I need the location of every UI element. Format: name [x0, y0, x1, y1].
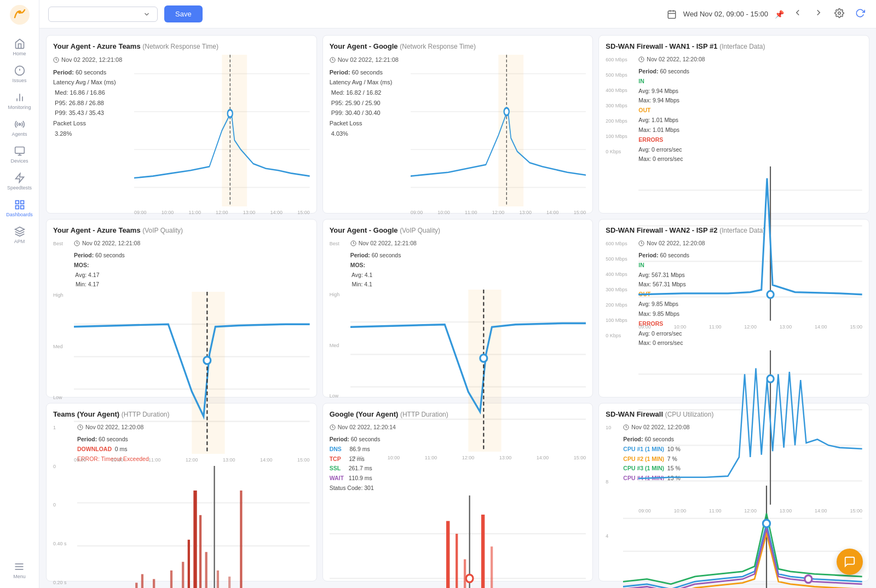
- chart-title: Your Agent - Azure Teams: [53, 226, 141, 234]
- chart-sdwan-wan1: SD-WAN Firewall - WAN1 - ISP #1 (Interfa…: [598, 35, 869, 214]
- svg-point-56: [204, 357, 211, 365]
- sidebar-item-dashboards[interactable]: Dashboards: [0, 195, 39, 222]
- save-button[interactable]: Save: [164, 5, 203, 22]
- settings-button[interactable]: [832, 6, 846, 22]
- sidebar-item-speedtests[interactable]: Speedtests: [0, 168, 39, 195]
- chart-subtitle: (VoIP Quality): [142, 227, 183, 234]
- sidebar-item-home[interactable]: Home: [0, 34, 39, 61]
- svg-rect-77: [135, 583, 137, 588]
- chart-subtitle: (Network Response Time): [142, 43, 218, 50]
- sidebar-item-monitoring[interactable]: Monitoring: [0, 88, 39, 114]
- sidebar-item-issues-label: Issues: [12, 78, 26, 83]
- svg-rect-81: [182, 562, 184, 588]
- chart-subtitle: (VoIP Quality): [400, 227, 440, 234]
- svg-rect-87: [228, 577, 230, 588]
- sidebar-item-dashboards-label: Dashboards: [6, 212, 33, 217]
- chart-stats: Nov 02 2022, 12:21:08 Period: 60 seconds…: [53, 55, 130, 206]
- svg-point-64: [480, 355, 487, 362]
- chart-stats: Nov 02 2022, 12:21:08 Period: 60 seconds…: [330, 55, 406, 206]
- chart-timestamp: Nov 02 2022, 12:21:08: [53, 55, 130, 65]
- svg-point-41: [504, 108, 509, 116]
- dashboard-select[interactable]: [48, 7, 158, 22]
- sidebar-item-speedtests-label: Speedtests: [7, 185, 32, 191]
- sidebar-item-agents-label: Agents: [11, 131, 27, 137]
- svg-point-8: [19, 123, 20, 125]
- chart-visual: 09:0010:0011:0012:0013:0014:0015:00: [350, 290, 586, 452]
- chart-azure-voip: Your Agent - Azure Teams (VoIP Quality) …: [46, 219, 317, 397]
- svg-rect-101: [491, 546, 493, 588]
- chart-google-voip: Your Agent - Google (VoIP Quality) BestH…: [322, 219, 593, 397]
- svg-point-110: [763, 520, 770, 527]
- dashboard-grid: Your Agent - Azure Teams (Network Respon…: [39, 28, 876, 588]
- svg-rect-21: [668, 11, 676, 19]
- chart-visual: 09:0010:0011:0012:0013:0014:0015:00: [74, 292, 310, 454]
- topbar-right: Wed Nov 02, 09:00 - 15:00 📌: [667, 5, 867, 22]
- sidebar-item-monitoring-label: Monitoring: [8, 105, 31, 110]
- chart-visual: 09:0010:0011:0012:0013:0014:0015:00: [638, 350, 862, 505]
- chart-title: SD-WAN Firewall - WAN1 - ISP #1: [606, 42, 717, 50]
- chevron-down-icon: [143, 10, 151, 18]
- chart-x-labels: 09:0010:0011:0012:0013:0014:0015:00: [74, 457, 310, 463]
- svg-rect-82: [188, 540, 190, 588]
- sidebar-item-apm[interactable]: APM: [0, 222, 39, 249]
- prev-button[interactable]: [791, 5, 805, 22]
- svg-point-1: [18, 10, 21, 14]
- date-range-label: Wed Nov 02, 09:00 - 15:00: [683, 10, 768, 18]
- svg-point-71: [767, 376, 774, 383]
- sidebar-item-home-label: Home: [13, 51, 26, 56]
- chart-title: Your Agent - Google: [330, 42, 398, 50]
- svg-rect-15: [20, 206, 24, 209]
- calendar-icon: [667, 9, 677, 19]
- svg-point-102: [466, 574, 473, 582]
- chart-visual: 09:0010:0011:0012:0013:0014:0015:00: [411, 55, 586, 206]
- svg-rect-83: [193, 491, 197, 588]
- svg-rect-100: [481, 515, 485, 588]
- chart-x-labels: 09:0010:0011:0012:0013:0014:0015:00: [134, 210, 310, 215]
- svg-rect-97: [446, 521, 449, 588]
- topbar: Save Wed Nov 02, 09:00 - 15:00 📌: [39, 0, 876, 28]
- svg-rect-84: [199, 515, 201, 588]
- next-button[interactable]: [811, 5, 826, 22]
- sidebar-item-issues[interactable]: Issues: [0, 61, 39, 88]
- svg-rect-86: [217, 570, 219, 588]
- svg-rect-88: [240, 491, 242, 588]
- chart-subtitle: (Network Response Time): [400, 43, 476, 50]
- svg-marker-12: [15, 174, 24, 183]
- sidebar-item-devices[interactable]: Devices: [0, 141, 39, 168]
- sidebar: Home Issues Monitoring Agents Devices Sp…: [0, 0, 39, 588]
- chart-x-labels: 09:0010:0011:0012:0013:0014:0015:00: [638, 324, 862, 330]
- pin-icon: 📌: [775, 10, 784, 19]
- chart-visual: 09:0010:0011:0012:0013:0014:0015:00: [77, 466, 310, 588]
- chart-subtitle: (Interface Data): [719, 43, 765, 50]
- refresh-button[interactable]: [853, 6, 867, 22]
- chart-visual: 09:0010:0011:0012:0013:0014:0015:00: [623, 486, 862, 588]
- chart-visual: 09:0010:0011:0012:0013:0014:0015:00 0 s: [330, 495, 586, 588]
- svg-rect-85: [205, 552, 208, 588]
- svg-point-25: [838, 12, 841, 15]
- svg-rect-9: [15, 147, 24, 154]
- chart-visual: 09:0010:0011:0012:0013:0014:0015:00: [638, 166, 862, 321]
- chart-title: Your Agent - Azure Teams: [53, 42, 141, 50]
- main-content: Save Wed Nov 02, 09:00 - 15:00 📌 Y: [39, 0, 876, 588]
- sidebar-item-devices-label: Devices: [10, 158, 28, 164]
- svg-point-111: [805, 575, 812, 583]
- chat-button[interactable]: [837, 549, 863, 575]
- svg-marker-17: [15, 227, 24, 232]
- sidebar-item-menu[interactable]: Menu: [11, 557, 28, 584]
- chart-x-labels: 09:0010:0011:0012:0013:0014:0015:00: [411, 210, 586, 215]
- logo[interactable]: [9, 4, 30, 27]
- svg-rect-79: [153, 579, 155, 588]
- sidebar-item-menu-label: Menu: [13, 574, 26, 579]
- svg-rect-31: [222, 55, 247, 206]
- svg-rect-14: [20, 201, 24, 204]
- svg-point-48: [767, 291, 774, 298]
- svg-point-0: [10, 5, 30, 25]
- svg-point-33: [228, 109, 233, 117]
- svg-rect-80: [170, 570, 172, 588]
- sidebar-item-agents[interactable]: Agents: [0, 114, 39, 141]
- chart-google-network: Your Agent - Google (Network Response Ti…: [322, 35, 593, 214]
- svg-rect-98: [456, 534, 458, 588]
- chart-title: Your Agent - Google: [330, 226, 398, 234]
- svg-rect-16: [15, 206, 19, 209]
- svg-rect-39: [498, 55, 523, 206]
